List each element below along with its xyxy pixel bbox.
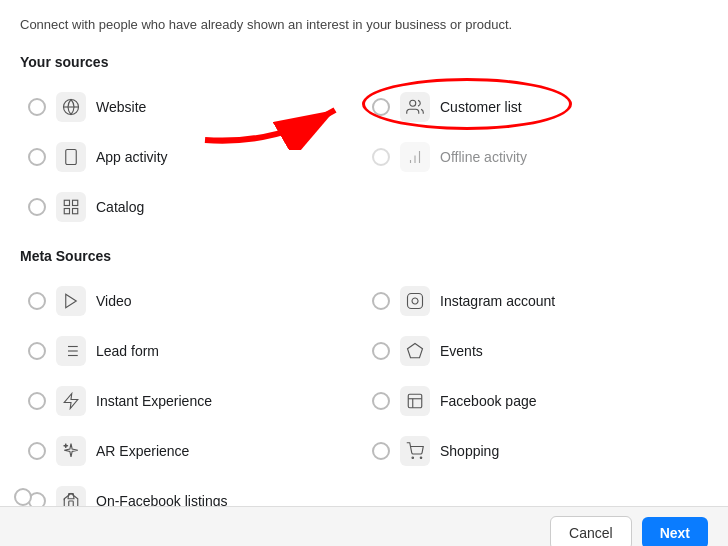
svg-marker-23 — [408, 344, 423, 358]
your-sources-section: Your sources Website App — [20, 54, 708, 232]
facebook-page-label: Facebook page — [440, 393, 537, 409]
cart-icon-box — [400, 436, 430, 466]
meta-sources-label: Meta Sources — [20, 248, 708, 264]
svg-rect-21 — [408, 294, 423, 309]
svg-rect-24 — [408, 394, 422, 408]
meta-sources-grid: Video Lead form Instant Experience — [20, 276, 708, 526]
source-item-facebook-page[interactable]: Facebook page — [364, 376, 708, 426]
catalog-label: Catalog — [96, 199, 144, 215]
grid-icon-box — [56, 192, 86, 222]
list-icon-box — [56, 336, 86, 366]
website-label: Website — [96, 99, 146, 115]
meta-sources-right: Instagram account Events Facebook — [364, 276, 708, 526]
svg-rect-4 — [64, 200, 69, 205]
your-sources-label: Your sources — [20, 54, 708, 70]
radio-customer-list[interactable] — [372, 98, 390, 116]
your-sources-right: Customer list Offline activity — [364, 82, 708, 232]
instagram-account-label: Instagram account — [440, 293, 555, 309]
bar-chart-icon — [406, 148, 424, 166]
ar-experience-label: AR Experience — [96, 443, 189, 459]
radio-catalog[interactable] — [28, 198, 46, 216]
offline-activity-label: Offline activity — [440, 149, 527, 165]
radio-shopping[interactable] — [372, 442, 390, 460]
radio-instagram-account[interactable] — [372, 292, 390, 310]
users-icon-box — [400, 92, 430, 122]
svg-rect-2 — [66, 150, 77, 165]
phone-icon-box — [56, 142, 86, 172]
svg-point-28 — [420, 457, 422, 459]
source-item-instagram-account[interactable]: Instagram account — [364, 276, 708, 326]
source-item-shopping[interactable]: Shopping — [364, 426, 708, 476]
cart-icon — [406, 442, 424, 460]
instagram-icon — [406, 292, 424, 310]
radio-events[interactable] — [372, 342, 390, 360]
source-item-catalog[interactable]: Catalog — [20, 182, 364, 232]
radio-instant-experience[interactable] — [28, 392, 46, 410]
cancel-button[interactable]: Cancel — [550, 516, 632, 546]
footer-bar: Cancel Next — [0, 506, 728, 546]
source-item-offline-activity[interactable]: Offline activity — [364, 132, 708, 182]
svg-rect-6 — [64, 209, 69, 214]
fb-page-icon-box — [400, 386, 430, 416]
diamond-icon-box — [400, 336, 430, 366]
radio-website[interactable] — [28, 98, 46, 116]
svg-point-8 — [410, 100, 416, 106]
lead-form-label: Lead form — [96, 343, 159, 359]
instant-experience-label: Instant Experience — [96, 393, 212, 409]
svg-marker-12 — [66, 294, 77, 308]
diamond-icon — [406, 342, 424, 360]
radio-facebook-page[interactable] — [372, 392, 390, 410]
fb-page-icon — [406, 392, 424, 410]
sparkle-icon — [62, 442, 80, 460]
svg-rect-7 — [73, 209, 78, 214]
your-sources-left: Website App activity Catalog — [20, 82, 364, 232]
globe-icon — [62, 98, 80, 116]
meta-sources-section: Meta Sources Video Lead — [20, 248, 708, 526]
video-label: Video — [96, 293, 132, 309]
source-item-app-activity[interactable]: App activity — [20, 132, 364, 182]
source-item-lead-form[interactable]: Lead form — [20, 326, 364, 376]
list-icon — [62, 342, 80, 360]
next-button[interactable]: Next — [642, 517, 708, 546]
svg-point-27 — [412, 457, 414, 459]
source-item-customer-list[interactable]: Customer list — [364, 82, 708, 132]
meta-sources-left: Video Lead form Instant Experience — [20, 276, 364, 526]
sparkle-icon-box — [56, 436, 86, 466]
shopping-label: Shopping — [440, 443, 499, 459]
radio-ar-experience[interactable] — [28, 442, 46, 460]
radio-offline-activity[interactable] — [372, 148, 390, 166]
radio-app-activity[interactable] — [28, 148, 46, 166]
radio-video[interactable] — [28, 292, 46, 310]
globe-icon-box — [56, 92, 86, 122]
svg-rect-5 — [73, 200, 78, 205]
bolt-icon — [62, 392, 80, 410]
app-activity-label: App activity — [96, 149, 168, 165]
bolt-icon-box — [56, 386, 86, 416]
grid-icon — [62, 198, 80, 216]
radio-lead-form[interactable] — [28, 342, 46, 360]
instagram-icon-box — [400, 286, 430, 316]
source-item-events[interactable]: Events — [364, 326, 708, 376]
your-sources-grid: Website App activity Catalog — [20, 82, 708, 232]
source-item-instant-experience[interactable]: Instant Experience — [20, 376, 364, 426]
customer-list-label: Customer list — [440, 99, 522, 115]
bar-chart-icon-box — [400, 142, 430, 172]
play-icon — [62, 292, 80, 310]
source-item-website[interactable]: Website — [20, 82, 364, 132]
source-item-video[interactable]: Video — [20, 276, 364, 326]
users-icon — [406, 98, 424, 116]
events-label: Events — [440, 343, 483, 359]
source-item-ar-experience[interactable]: AR Experience — [20, 426, 364, 476]
main-container: Connect with people who have already sho… — [0, 0, 728, 546]
intro-text: Connect with people who have already sho… — [20, 16, 708, 34]
svg-marker-19 — [64, 394, 78, 409]
play-icon-box — [56, 286, 86, 316]
phone-icon — [62, 148, 80, 166]
